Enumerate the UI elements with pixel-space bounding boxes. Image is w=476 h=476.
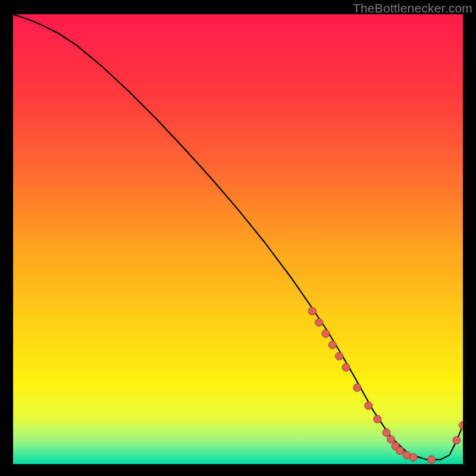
chart-stage: TheBottlenecker.com (0, 0, 476, 476)
plot-background-gradient (13, 14, 463, 464)
attribution-label: TheBottlenecker.com (353, 1, 472, 15)
svg-rect-0 (13, 14, 463, 464)
